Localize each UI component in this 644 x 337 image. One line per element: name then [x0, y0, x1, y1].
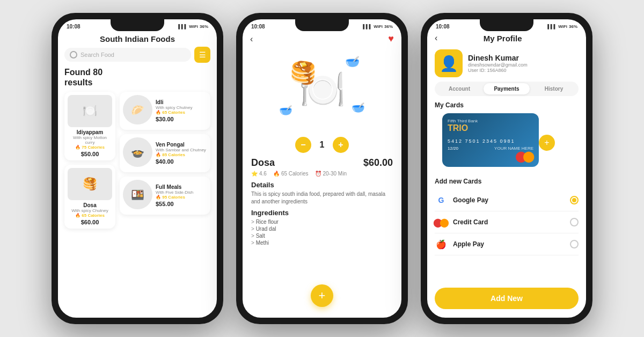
profile-tabs: Account Payments History: [435, 82, 579, 96]
screen1-content: South Indian Foods Search Food ☰ Found 8…: [58, 31, 217, 318]
profile-title: My Profile: [437, 34, 568, 43]
screen2-content: Dosa $60.00 ⭐ 4.6 🔥 65 Calories ⏰ 20-30 …: [243, 157, 401, 246]
creditcard-label: Credit Card: [453, 218, 565, 226]
mastercard-logo: ⬤⬤: [515, 150, 535, 163]
add-new-button[interactable]: Add New: [435, 288, 579, 309]
time-1: 10:08: [67, 24, 80, 30]
notch-2: [295, 19, 349, 31]
battery-1: 36%: [200, 24, 208, 29]
food-price-idli: $30.00: [156, 116, 207, 122]
card-bank: Fifth Third Bank: [448, 119, 533, 123]
profile-section: 👤 Dinesh Kumar dineshsowndar@gmail.com U…: [427, 45, 586, 82]
add-to-cart-button[interactable]: +: [311, 284, 333, 307]
dish-delivery: ⏰ 20-30 Min: [315, 171, 347, 177]
signal-icon-2: ▌▌▌: [363, 24, 372, 29]
food-col-right: 🥟 Idli With spicy Chutney 65 Calories $3…: [120, 92, 210, 229]
battery-2: 36%: [384, 24, 393, 29]
qty-selector: − 1 +: [292, 137, 352, 153]
clock-icon: ⏰: [315, 171, 321, 177]
ingredient-1: Rice flour: [251, 218, 393, 225]
food-card-pongal[interactable]: 🍲 Ven Pongal With Sambar and Chutney 85 …: [120, 134, 210, 172]
user-id: User ID: 156A860: [468, 68, 528, 73]
dish-calories: 🔥 65 Calories: [273, 171, 309, 177]
qty-minus-button[interactable]: −: [295, 137, 311, 153]
card-wrapper: Fifth Third Bank TRIO 5412 7501 2345 098…: [435, 113, 546, 172]
add-new-title: Add new Cards: [435, 178, 579, 185]
ingredient-3: Salt: [251, 232, 393, 239]
user-name: Dinesh Kumar: [468, 54, 528, 62]
tab-account[interactable]: Account: [436, 83, 482, 94]
dish-name: Dosa: [251, 157, 275, 169]
food-name-idiyappam: Idiyappam: [68, 129, 112, 135]
tab-payments[interactable]: Payments: [484, 83, 530, 94]
food-card-dosa[interactable]: 🥞 Dosa With spicy Chutney 65 Calories $6…: [64, 165, 115, 229]
dish-rating: ⭐ 4.6: [251, 171, 267, 177]
food-cal-pongal: 85 Calories: [156, 152, 207, 157]
wifi-icon-3: WiFi: [558, 24, 567, 29]
payment-option-googlepay[interactable]: G Google Pay: [435, 189, 579, 211]
status-icons-1: ▌▌▌ WiFi 36%: [178, 24, 208, 29]
search-icon: [70, 51, 77, 58]
food-name-meals: Full Meals: [156, 184, 207, 190]
food-grid: 🍽️ Idiyappam With spicy Motton curry 75 …: [64, 92, 210, 229]
food-cal-idiyappam: 75 Calories: [68, 145, 112, 150]
food-card-meals[interactable]: 🍱 Full Meals With Five Side-Dish 95 Calo…: [120, 177, 210, 215]
food-price-idiyappam: $50.00: [68, 151, 112, 157]
food-name-idli: Idli: [156, 99, 207, 105]
back-button-2[interactable]: ‹: [250, 34, 253, 44]
food-img-idiyappam: 🍽️: [68, 95, 112, 127]
applepay-radio[interactable]: [570, 240, 579, 248]
googlepay-icon: G: [435, 194, 448, 207]
dish-price: $60.00: [363, 157, 393, 169]
food-card-idiyappam[interactable]: 🍽️ Idiyappam With spicy Motton curry 75 …: [64, 92, 115, 160]
food-info-meals: Full Meals With Five Side-Dish 95 Calori…: [156, 184, 207, 207]
creditcard-radio[interactable]: [570, 218, 579, 226]
food-price-pongal: $40.00: [156, 158, 207, 165]
status-icons-3: ▌▌▌ WiFi 36%: [547, 24, 577, 29]
details-title: Details: [251, 181, 393, 189]
wifi-icon: WiFi: [189, 24, 198, 29]
food-cal-dosa: 65 Calories: [68, 213, 112, 218]
food-sub-idiyappam: With spicy Motton curry: [68, 135, 112, 145]
profile-info: Dinesh Kumar dineshsowndar@gmail.com Use…: [468, 54, 528, 73]
phone-3: 10:08 ▌▌▌ WiFi 36% ‹ My Profile 👤 Dinesh…: [421, 13, 592, 324]
food-card-idli[interactable]: 🥟 Idli With spicy Chutney 65 Calories $3…: [120, 92, 210, 130]
filter-button[interactable]: ☰: [194, 47, 210, 63]
search-row: Search Food ☰: [64, 47, 210, 63]
card-expiry: 12/20: [448, 146, 458, 151]
notch-1: [111, 19, 164, 31]
food-price-dosa: $60.00: [68, 219, 112, 225]
dish-meta: ⭐ 4.6 🔥 65 Calories ⏰ 20-30 Min: [251, 171, 393, 177]
food-img-pongal: 🍲: [123, 137, 152, 167]
credit-card: Fifth Third Bank TRIO 5412 7501 2345 098…: [442, 113, 539, 167]
food-img-idli: 🥟: [123, 95, 152, 124]
ingredients-title: Ingredients: [251, 209, 393, 217]
payment-option-creditcard[interactable]: ⬤⬤ Credit Card: [435, 211, 579, 233]
food-info-pongal: Ven Pongal With Sambar and Chutney 85 Ca…: [156, 142, 207, 165]
food-img-meals: 🍱: [123, 180, 152, 209]
qty-plus-button[interactable]: +: [333, 137, 349, 153]
signal-icon: ▌▌▌: [178, 24, 187, 29]
details-text: This is spicy south india food, prepared…: [251, 191, 393, 206]
add-new-cards-section: Add new Cards G Google Pay ⬤⬤ Credit Car…: [427, 178, 586, 255]
search-placeholder: Search Food: [80, 52, 114, 58]
food-price-meals: $55.00: [156, 201, 207, 207]
favorite-icon[interactable]: ♥: [388, 33, 394, 45]
food-info-idli: Idli With spicy Chutney 65 Calories $30.…: [156, 99, 207, 122]
search-box[interactable]: Search Food: [64, 48, 191, 62]
tab-history[interactable]: History: [531, 83, 577, 94]
avatar: 👤: [435, 49, 463, 77]
payment-option-applepay[interactable]: 🍎 Apple Pay: [435, 233, 579, 255]
time-3: 10:08: [436, 24, 450, 30]
googlepay-radio[interactable]: [570, 196, 579, 204]
dish-header: Dosa $60.00: [251, 157, 393, 169]
applepay-icon: 🍎: [435, 238, 448, 251]
applepay-label: Apple Pay: [453, 240, 565, 248]
signal-icon-3: ▌▌▌: [547, 24, 557, 29]
screen2-header: ‹ ♥: [243, 31, 401, 47]
card-logo: TRIO: [448, 123, 533, 133]
add-card-button[interactable]: +: [539, 135, 555, 151]
googlepay-label: Google Pay: [453, 196, 565, 204]
card-number: 5412 7501 2345 0981: [448, 138, 533, 144]
ingredient-2: Urad dal: [251, 225, 393, 232]
